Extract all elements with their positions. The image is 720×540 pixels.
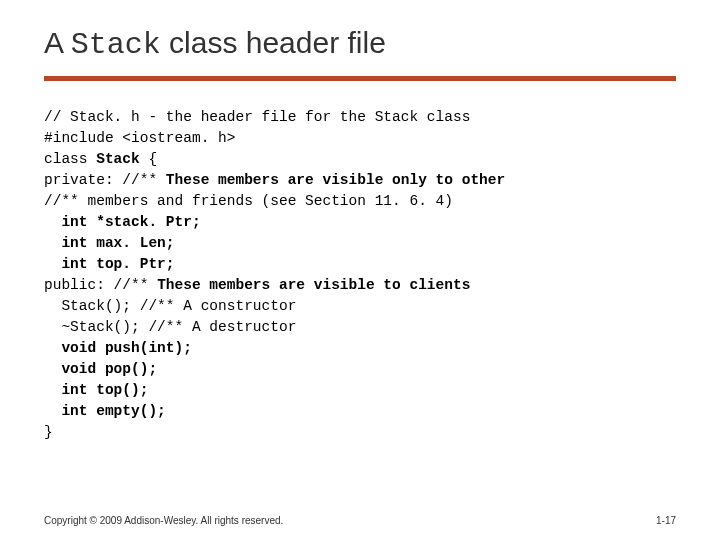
code-line: int max. Len; xyxy=(44,233,676,254)
copyright-text: Copyright © 2009 Addison-Wesley. All rig… xyxy=(44,515,283,526)
title-suffix: class header file xyxy=(161,26,386,59)
code-line: int empty(); xyxy=(44,401,676,422)
code-line: int top. Ptr; xyxy=(44,254,676,275)
code-line: int *stack. Ptr; xyxy=(44,212,676,233)
slide-title: A Stack class header file xyxy=(44,26,676,62)
code-block: // Stack. h - the header file for the St… xyxy=(44,107,676,443)
title-mono: Stack xyxy=(71,28,161,62)
title-prefix: A xyxy=(44,26,71,59)
code-line: Stack(); //** A constructor xyxy=(44,296,676,317)
page-number: 1-17 xyxy=(656,515,676,526)
code-line: } xyxy=(44,422,676,443)
code-line: ~Stack(); //** A destructor xyxy=(44,317,676,338)
code-line: // Stack. h - the header file for the St… xyxy=(44,107,676,128)
code-line: class Stack { xyxy=(44,149,676,170)
code-line: private: //** These members are visible … xyxy=(44,170,676,191)
slide-footer: Copyright © 2009 Addison-Wesley. All rig… xyxy=(44,515,676,526)
code-line: #include <iostream. h> xyxy=(44,128,676,149)
title-rule xyxy=(44,76,676,81)
code-line: void pop(); xyxy=(44,359,676,380)
code-line: public: //** These members are visible t… xyxy=(44,275,676,296)
code-line: int top(); xyxy=(44,380,676,401)
code-line: //** members and friends (see Section 11… xyxy=(44,191,676,212)
code-line: void push(int); xyxy=(44,338,676,359)
